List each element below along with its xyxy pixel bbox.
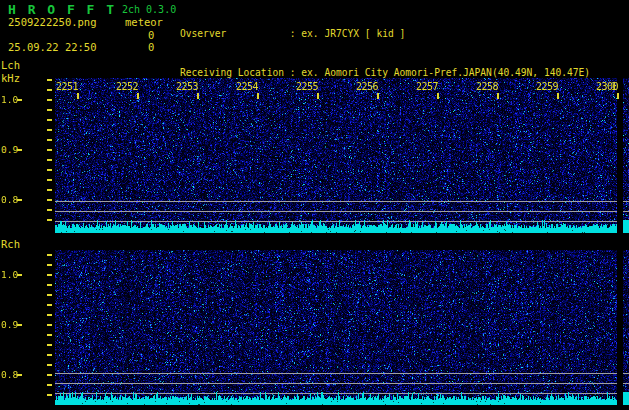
freq-axis-tick <box>47 394 52 396</box>
time-axis-tick <box>317 93 319 99</box>
freq-axis-tick <box>47 219 52 221</box>
freq-axis-tick <box>47 189 52 191</box>
freq-axis-tick <box>47 179 52 181</box>
echo-count-lower: 0 <box>148 41 154 53</box>
freq-axis-dash <box>17 324 22 326</box>
freq-axis-tick <box>47 344 52 346</box>
time-axis-tick <box>497 93 499 99</box>
output-filename: 2509222250.png <box>8 16 97 28</box>
freq-axis-tick <box>47 149 52 151</box>
freq-axis-label: 1.0 <box>1 269 18 280</box>
freq-axis-tick <box>47 159 52 161</box>
time-axis-label: 2251 <box>55 81 79 92</box>
freq-axis-tick <box>47 129 52 131</box>
freq-axis-tick <box>47 254 52 256</box>
time-axis-tick <box>197 93 199 99</box>
freq-axis-tick <box>47 364 52 366</box>
freq-axis-dash <box>17 374 22 376</box>
datetime-label: 25.09.22 22:50 <box>8 41 97 53</box>
time-axis-tick <box>557 93 559 99</box>
time-axis-label: 2258 <box>475 81 499 92</box>
lch-channel-label: Lch <box>1 59 20 71</box>
time-axis-label: 2252 <box>115 81 139 92</box>
time-axis-label: 2256 <box>355 81 379 92</box>
freq-axis-tick <box>47 334 52 336</box>
freq-axis-tick <box>47 89 52 91</box>
time-axis-label: 2253 <box>175 81 199 92</box>
lch-spectrogram <box>55 78 629 233</box>
freq-axis-dash <box>17 274 22 276</box>
app-version: 2ch 0.3.0 <box>122 4 176 15</box>
echo-count-upper: 0 <box>148 29 154 41</box>
app-title: H R O F F T <box>8 2 116 17</box>
freq-axis-label: 1.0 <box>1 94 18 105</box>
time-axis-label: 2257 <box>415 81 439 92</box>
freq-axis-tick <box>47 264 52 266</box>
time-axis-tick <box>617 93 619 99</box>
time-axis-label: 2259 <box>535 81 559 92</box>
rch-channel-label: Rch <box>1 238 20 250</box>
time-axis-tick <box>437 93 439 99</box>
freq-axis-dash <box>17 99 22 101</box>
freq-axis-tick <box>47 109 52 111</box>
time-axis-label: 2254 <box>235 81 259 92</box>
freq-axis-tick <box>47 354 52 356</box>
time-axis-tick <box>77 93 79 99</box>
freq-axis-tick <box>47 274 52 276</box>
time-axis-label: 2255 <box>295 81 319 92</box>
mode-label: meteor <box>125 16 163 28</box>
freq-axis-label: 0.9 <box>1 144 18 155</box>
freq-axis-tick <box>47 79 52 81</box>
hrofft-window: H R O F F T 2ch 0.3.0 2509222250.png met… <box>0 0 629 410</box>
freq-axis-tick <box>47 209 52 211</box>
freq-axis-tick <box>47 324 52 326</box>
freq-axis-tick <box>47 169 52 171</box>
freq-axis-tick <box>47 139 52 141</box>
freq-unit-label: kHz <box>1 72 20 84</box>
freq-axis-label: 0.8 <box>1 369 18 380</box>
freq-axis-tick <box>47 304 52 306</box>
time-axis-tick <box>377 93 379 99</box>
freq-axis-tick <box>47 374 52 376</box>
freq-axis-tick <box>47 199 52 201</box>
time-axis-tick <box>137 93 139 99</box>
freq-axis-dash <box>17 199 22 201</box>
time-axis-tick <box>257 93 259 99</box>
freq-axis-tick <box>47 294 52 296</box>
freq-axis-label: 0.8 <box>1 194 18 205</box>
freq-axis-tick <box>47 384 52 386</box>
freq-axis-dash <box>17 149 22 151</box>
freq-axis-tick <box>47 284 52 286</box>
freq-axis-label: 0.9 <box>1 319 18 330</box>
freq-axis-tick <box>47 314 52 316</box>
observer-line: Ovserver : ex. JR7CYX [ kid ] <box>180 27 619 40</box>
freq-axis-tick <box>47 99 52 101</box>
time-axis-edge-label: 1 <box>611 81 629 92</box>
freq-axis-tick <box>47 119 52 121</box>
rch-spectrogram <box>55 250 629 405</box>
